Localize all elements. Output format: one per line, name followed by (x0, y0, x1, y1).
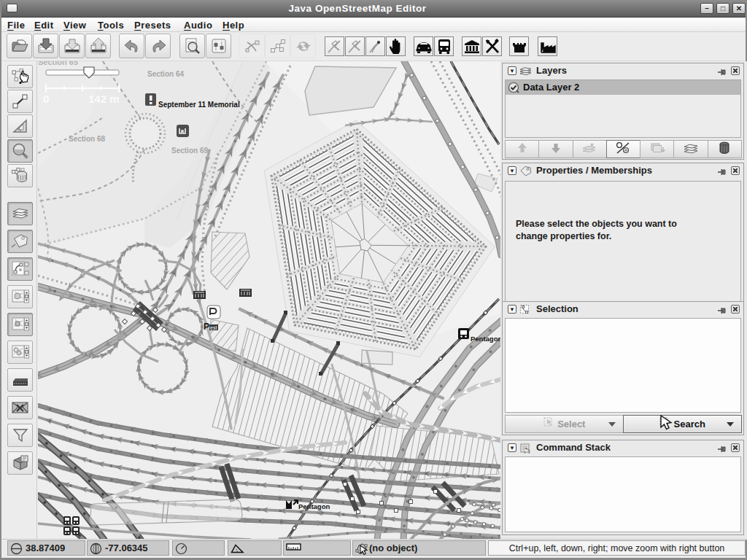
svg-text:Section 65: Section 65 (38, 61, 78, 66)
svg-text:Section 64: Section 64 (147, 70, 184, 78)
svg-text:Section 69: Section 69 (171, 147, 208, 155)
svg-text:Pentagon: Pentagon (471, 335, 500, 343)
svg-text:September 11 Memorial: September 11 Memorial (158, 101, 240, 109)
svg-text:P: P (204, 322, 209, 332)
svg-text:0: 0 (43, 93, 49, 105)
svg-text:Section 68: Section 68 (69, 135, 105, 143)
svg-text:Pentagon: Pentagon (298, 502, 330, 510)
svg-text:est: est (210, 325, 217, 330)
svg-text:142 m: 142 m (88, 93, 120, 105)
